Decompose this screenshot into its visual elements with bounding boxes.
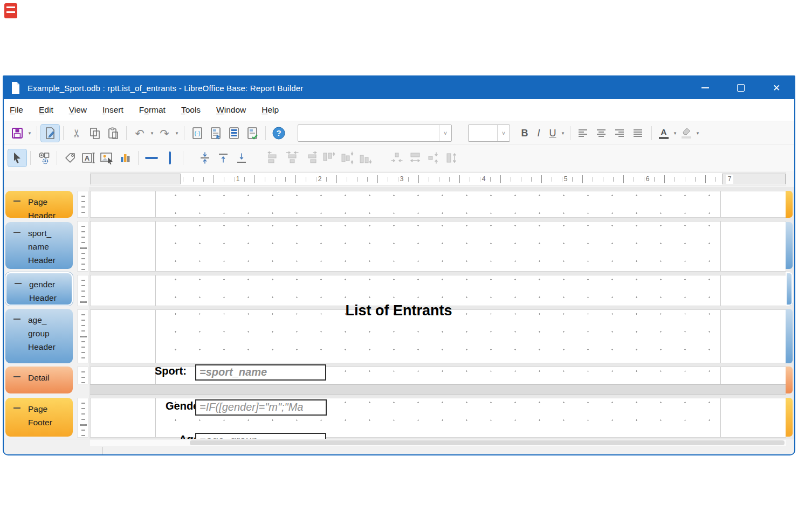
- italic-button[interactable]: I: [532, 128, 546, 139]
- ruler-left-margin: [91, 174, 181, 184]
- image-button[interactable]: [98, 149, 116, 167]
- sport-group-label[interactable]: Sport:: [155, 365, 187, 377]
- section-marker-gender-header: [786, 272, 793, 306]
- section-tab-gender-header[interactable]: gender Header: [5, 272, 73, 306]
- collapse-icon[interactable]: [13, 201, 20, 202]
- horizontal-line-button[interactable]: [142, 149, 161, 167]
- menu-file[interactable]: File: [10, 105, 23, 115]
- font-name-combo[interactable]: ˅: [298, 125, 452, 142]
- svg-text:A: A: [85, 154, 90, 162]
- highlight-color-dropdown[interactable]: ▾: [694, 125, 701, 142]
- highlight-color-button[interactable]: [678, 125, 694, 142]
- execute-report-button[interactable]: [243, 125, 262, 142]
- collapse-icon[interactable]: [13, 232, 20, 233]
- record-indicator-icon: [4, 3, 17, 18]
- ruler-number: 3: [398, 175, 405, 184]
- menu-view[interactable]: View: [69, 105, 87, 115]
- align-justify-button[interactable]: [629, 125, 648, 142]
- menu-edit[interactable]: Edit: [39, 105, 53, 115]
- close-button[interactable]: ✕: [759, 77, 794, 99]
- chart-button[interactable]: [116, 149, 134, 167]
- window-title: Example_Sport.odb : rptList_of_entrants …: [27, 84, 303, 93]
- section-marker-page-header: [786, 191, 793, 218]
- redo-button[interactable]: ↷: [155, 125, 174, 142]
- vertical-line-button[interactable]: [161, 149, 179, 167]
- collapse-icon[interactable]: [13, 407, 20, 409]
- screen: Example_Sport.odb : rptList_of_entrants …: [0, 0, 798, 532]
- text-box-button[interactable]: A: [79, 149, 98, 167]
- section-tab-age-group-header[interactable]: age_ group Header: [5, 309, 73, 363]
- report-toolbar: A: [4, 144, 794, 171]
- menu-format[interactable]: Format: [139, 105, 166, 115]
- shrink-top-button[interactable]: [214, 149, 232, 167]
- select-button[interactable]: [8, 149, 26, 167]
- font-color-dropdown[interactable]: ▾: [672, 125, 678, 142]
- section-marker-page-footer: [786, 398, 793, 437]
- sorting-grouping-button[interactable]: [225, 125, 243, 142]
- redo-dropdown[interactable]: ▾: [174, 125, 180, 142]
- svg-text:?: ?: [276, 128, 281, 137]
- undo-button[interactable]: ↶: [130, 125, 149, 142]
- save-button[interactable]: [8, 125, 26, 142]
- cut-button[interactable]: ✂: [67, 125, 86, 142]
- bold-button[interactable]: B: [518, 128, 532, 139]
- save-dropdown[interactable]: ▾: [26, 125, 33, 142]
- collapse-icon[interactable]: [13, 376, 20, 377]
- report-navigator-button[interactable]: [207, 125, 225, 142]
- fit-smallest-width-button: [388, 149, 406, 167]
- object-align-center-button: [283, 149, 301, 167]
- vertical-ruler: [77, 398, 88, 438]
- section-panel-page-header[interactable]: [90, 191, 786, 218]
- object-align-right-button: [301, 149, 320, 167]
- section-splitter[interactable]: [90, 384, 786, 395]
- align-right-button[interactable]: [611, 125, 629, 142]
- form-controls-button[interactable]: [35, 149, 53, 167]
- gender-field[interactable]: =IF([gender]="m";"Ma: [195, 399, 327, 416]
- page-attributes-button[interactable]: (-): [188, 125, 207, 142]
- section-panel-sport-name-header[interactable]: [90, 221, 786, 272]
- paste-button[interactable]: [104, 125, 122, 142]
- maximize-button[interactable]: [723, 77, 759, 99]
- underline-button[interactable]: U: [546, 128, 560, 139]
- section-tab-sport-name-header[interactable]: sport_ name Header: [5, 222, 73, 269]
- font-color-button[interactable]: A: [656, 125, 672, 142]
- label-button[interactable]: [61, 149, 79, 167]
- menu-tools[interactable]: Tools: [181, 105, 201, 115]
- edit-mode-button[interactable]: [41, 125, 59, 142]
- section-marker-sport-name-header: [786, 222, 793, 269]
- menu-insert[interactable]: Insert: [102, 105, 123, 115]
- copy-button[interactable]: [86, 125, 104, 142]
- scrollbar-thumb[interactable]: [190, 440, 785, 445]
- title-bar[interactable]: Example_Sport.odb : rptList_of_entrants …: [4, 77, 794, 99]
- status-divider: [102, 447, 102, 454]
- report-title-label[interactable]: List of Entrants: [155, 302, 643, 319]
- collapse-icon[interactable]: [15, 283, 22, 284]
- collapse-icon[interactable]: [13, 319, 20, 320]
- shrink-button[interactable]: [196, 149, 214, 167]
- font-size-combo[interactable]: ˅: [468, 125, 510, 142]
- menu-help[interactable]: Help: [262, 105, 279, 115]
- help-button[interactable]: ?: [270, 125, 288, 142]
- horizontal-scrollbar[interactable]: [4, 439, 794, 446]
- document-icon: [10, 81, 21, 94]
- fit-greatest-height-button: [443, 149, 461, 167]
- font-size-dropdown[interactable]: ˅: [497, 125, 510, 141]
- align-left-button[interactable]: [574, 125, 593, 142]
- ruler-number: 6: [644, 175, 651, 184]
- vertical-ruler: [77, 367, 88, 384]
- fit-greatest-width-button: [406, 149, 424, 167]
- section-panel-gender-header[interactable]: [90, 275, 786, 306]
- sport-name-field[interactable]: =sport_name: [195, 364, 326, 381]
- minimize-button[interactable]: [687, 77, 723, 99]
- section-panel-detail[interactable]: [90, 367, 786, 384]
- undo-dropdown[interactable]: ▾: [149, 125, 155, 142]
- object-align-left-button: [265, 149, 283, 167]
- align-center-button[interactable]: [593, 125, 611, 142]
- menu-window[interactable]: Window: [216, 105, 246, 115]
- shrink-bottom-button[interactable]: [232, 149, 251, 167]
- section-tab-detail[interactable]: Detail: [5, 367, 73, 393]
- section-tab-page-footer[interactable]: Page Footer: [5, 398, 73, 437]
- font-name-dropdown[interactable]: ˅: [439, 125, 451, 141]
- underline-dropdown[interactable]: ▾: [560, 125, 566, 142]
- section-tab-page-header[interactable]: Page Header: [5, 191, 73, 218]
